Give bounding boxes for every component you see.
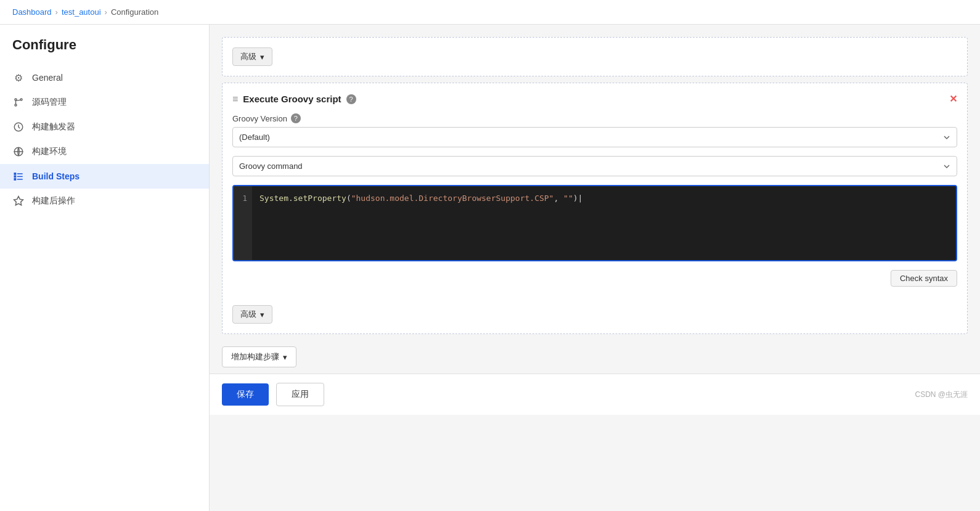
sidebar-title: Configure: [0, 37, 209, 65]
code-method2: setProperty: [293, 194, 346, 203]
script-title: Execute Groovy script: [243, 94, 341, 104]
code-method: System: [259, 194, 288, 203]
sidebar-item-build-triggers[interactable]: 构建触发器: [0, 115, 209, 139]
script-help-icon[interactable]: ?: [346, 94, 356, 104]
branch-icon: [12, 96, 25, 108]
chevron-down-icon-3: ▾: [283, 353, 287, 362]
add-build-step-button[interactable]: 增加构建步骤 ▾: [222, 346, 296, 367]
script-close-button[interactable]: ✕: [949, 93, 957, 105]
svg-rect-7: [14, 179, 15, 180]
breadcrumb-project[interactable]: test_autoui: [62, 7, 101, 17]
sidebar-item-post-build[interactable]: 构建后操作: [0, 189, 209, 213]
chevron-down-icon-2: ▾: [260, 310, 264, 319]
breadcrumb-sep-1: ›: [55, 7, 58, 17]
code-paren-open: (: [346, 194, 351, 203]
advanced-bottom-collapse[interactable]: 高级 ▾: [232, 305, 272, 324]
groovy-command-select[interactable]: Groovy commandGroovy script file: [232, 156, 957, 176]
post-build-icon: [12, 195, 25, 207]
advanced-bottom-section: 高级 ▾: [232, 305, 957, 324]
sidebar-item-source-label: 源码管理: [32, 97, 67, 108]
groovy-version-group: Groovy Version ? (Default)3.02.52.4: [232, 113, 957, 147]
sidebar-item-build-steps[interactable]: Build Steps: [0, 164, 209, 189]
svg-point-2: [15, 104, 17, 106]
sidebar-item-general[interactable]: ⚙ General: [0, 65, 209, 90]
chevron-down-icon: ▾: [260, 52, 264, 62]
check-syntax-row: Check syntax: [232, 270, 957, 287]
sidebar-item-post-label: 构建后操作: [32, 195, 75, 206]
code-comma: ,: [553, 194, 563, 203]
script-section-header: ≡ Execute Groovy script ? ✕: [232, 93, 957, 105]
breadcrumb-dashboard[interactable]: Dashboard: [12, 7, 52, 17]
sidebar-item-triggers-label: 构建触发器: [32, 121, 75, 133]
code-string1: "hudson.model.DirectoryBrowserSupport.CS…: [351, 194, 554, 203]
main-content: 高级 ▾ ≡ Execute Groovy script ? ✕ Groovy …: [210, 25, 980, 511]
apply-button[interactable]: 应用: [276, 383, 324, 406]
sidebar-item-general-label: General: [32, 73, 63, 83]
globe-icon: [12, 145, 25, 158]
breadcrumb: Dashboard › test_autoui › Configuration: [0, 0, 980, 25]
code-editor-container: 1 System.setProperty("hudson.model.Direc…: [232, 185, 957, 261]
advanced-top-label: 高级: [240, 51, 256, 62]
gear-icon: ⚙: [12, 72, 25, 84]
action-bar: 保存 应用 CSDN @虫无涯: [210, 374, 980, 415]
code-paren-close: ): [573, 194, 578, 203]
svg-marker-11: [14, 197, 23, 205]
advanced-bottom-label: 高级: [240, 309, 256, 320]
sidebar: Configure ⚙ General 源码管理 构建触发器: [0, 25, 210, 511]
svg-rect-6: [14, 176, 15, 177]
groovy-script-section: ≡ Execute Groovy script ? ✕ Groovy Versi…: [222, 83, 968, 334]
groovy-version-select[interactable]: (Default)3.02.52.4: [232, 127, 957, 147]
check-syntax-button[interactable]: Check syntax: [891, 270, 957, 287]
advanced-top-section: 高级 ▾: [222, 37, 968, 76]
sidebar-item-steps-label: Build Steps: [32, 171, 80, 181]
breadcrumb-sep-2: ›: [105, 7, 107, 17]
groovy-version-help-icon[interactable]: ?: [291, 113, 301, 123]
watermark: CSDN @虫无涯: [915, 390, 968, 400]
code-string2: "": [563, 194, 573, 203]
sidebar-item-source-control[interactable]: 源码管理: [0, 90, 209, 115]
list-icon: [12, 170, 25, 182]
code-dot: .: [288, 194, 293, 203]
sidebar-item-env-label: 构建环境: [32, 146, 67, 157]
breadcrumb-current: Configuration: [111, 7, 158, 17]
groovy-version-label: Groovy Version ?: [232, 113, 957, 123]
code-content[interactable]: System.setProperty("hudson.model.Directo…: [252, 186, 956, 260]
advanced-top-collapse[interactable]: 高级 ▾: [232, 47, 272, 66]
sidebar-item-build-env[interactable]: 构建环境: [0, 139, 209, 164]
clock-icon: [12, 121, 25, 133]
code-cursor: |: [578, 194, 583, 203]
code-editor[interactable]: 1 System.setProperty("hudson.model.Direc…: [234, 186, 956, 260]
add-step-label: 增加构建步骤: [231, 351, 279, 362]
drag-handle-icon[interactable]: ≡: [232, 94, 238, 105]
line-numbers: 1: [234, 186, 252, 260]
groovy-command-group: Groovy commandGroovy script file: [232, 156, 957, 176]
save-button[interactable]: 保存: [222, 383, 269, 406]
svg-rect-5: [14, 173, 15, 174]
